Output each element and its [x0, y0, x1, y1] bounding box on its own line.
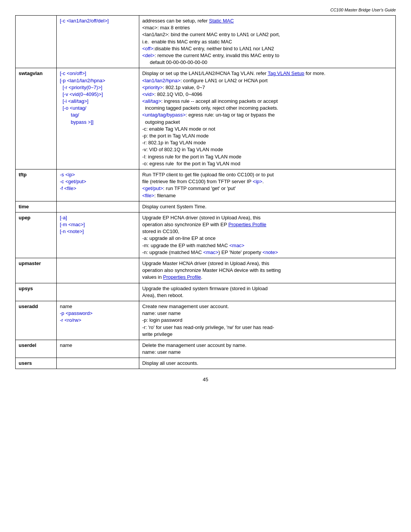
properties-profile-link-upmaster[interactable]: Properties Profile	[163, 274, 201, 280]
tag-vlan-setup-link[interactable]: Tag VLAN Setup	[268, 70, 304, 76]
desc-cell: Display all user accounts.	[139, 358, 395, 369]
param-cell: -s <ip> -c <get/put> -f <file>	[57, 169, 139, 201]
table-row: time Display current System Time.	[16, 201, 396, 212]
cmd-cell: users	[16, 358, 57, 369]
desc-cell: Display current System Time.	[139, 201, 395, 212]
param-cell: name	[57, 340, 139, 358]
param-cell: [-c <on/off>] [-p <lan1/lan2/hpna> [-r <…	[57, 68, 139, 169]
table-row: useradd name -p <password> -r <ro/rw> Cr…	[16, 301, 396, 340]
table-row: swtagvlan [-c <on/off>] [-p <lan1/lan2/h…	[16, 68, 396, 169]
desc-cell: Upgrade EP HCNA driver (stored in Upload…	[139, 212, 395, 258]
cmd-cell: swtagvlan	[16, 68, 57, 169]
desc-cell: Upgrade Master HCNA driver (stored in Up…	[139, 258, 395, 283]
cmd-cell: tftp	[16, 169, 57, 201]
desc-cell: Display or set up the LAN1/LAN2/HCNA Tag…	[139, 68, 395, 169]
desc-cell: Create new management user account. name…	[139, 301, 395, 340]
command-table: [-c <lan1/lan2/off/del>] addresses can b…	[15, 15, 396, 369]
param-cell: [-c <lan1/lan2/off/del>]	[57, 16, 139, 68]
properties-profile-link-upep[interactable]: Properties Profile	[228, 222, 266, 227]
cmd-cell	[16, 16, 57, 68]
desc-cell: Run TFTP client to get file (upload file…	[139, 169, 395, 201]
cmd-cell: upep	[16, 212, 57, 258]
page-header: CC100 Master Bridge User's Guide	[15, 8, 396, 12]
static-mac-link[interactable]: Static MAC	[209, 18, 234, 24]
param-cell	[57, 358, 139, 369]
cmd-cell: upmaster	[16, 258, 57, 283]
table-row: tftp -s <ip> -c <get/put> -f <file> Run …	[16, 169, 396, 201]
table-row: upmaster Upgrade Master HCNA driver (sto…	[16, 258, 396, 283]
table-row: users Display all user accounts.	[16, 358, 396, 369]
page-footer: 45	[15, 377, 396, 382]
desc-cell: Upgrade the uploaded system firmware (st…	[139, 283, 395, 301]
table-row: upsys Upgrade the uploaded system firmwa…	[16, 283, 396, 301]
param-cell: name -p <password> -r <ro/rw>	[57, 301, 139, 340]
param-cell	[57, 201, 139, 212]
table-row: [-c <lan1/lan2/off/del>] addresses can b…	[16, 16, 396, 68]
table-row: upep [-a] [-m <mac>] [-n <note>] Upgrade…	[16, 212, 396, 258]
desc-cell: addresses can be setup, refer Static MAC…	[139, 16, 395, 68]
param-cell	[57, 258, 139, 283]
param-cell: [-a] [-m <mac>] [-n <note>]	[57, 212, 139, 258]
cmd-cell: useradd	[16, 301, 57, 340]
cmd-cell: time	[16, 201, 57, 212]
cmd-cell: upsys	[16, 283, 57, 301]
desc-cell: Delete the management user account by na…	[139, 340, 395, 358]
param-cell	[57, 283, 139, 301]
cmd-cell: userdel	[16, 340, 57, 358]
table-row: userdel name Delete the management user …	[16, 340, 396, 358]
